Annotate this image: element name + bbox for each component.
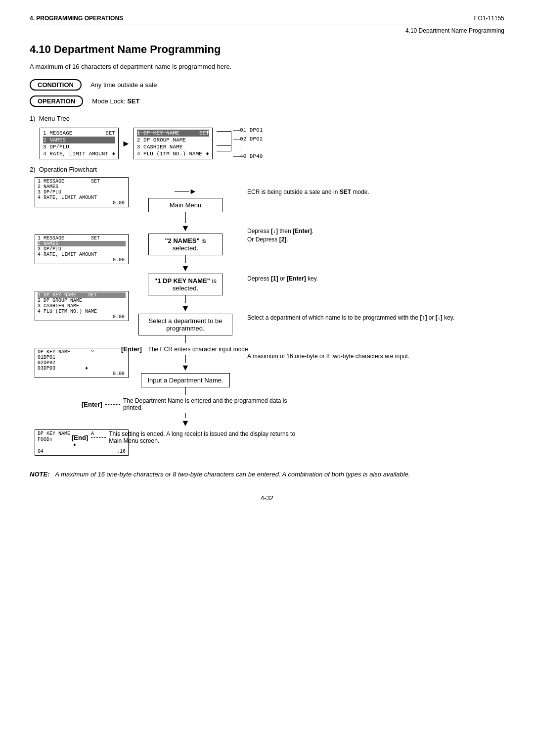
condition-badge: CONDITION: [30, 79, 82, 91]
intro-text: A maximum of 16 characters of department…: [30, 63, 504, 70]
menu-tree-graphic: 1 MESSAGESET 2 NAMES 3 DP/PLU 4 RATE, LI…: [40, 126, 504, 161]
menu-tree-section: 1) Menu Tree 1 MESSAGESET 2 NAMES 3 DP/P…: [30, 115, 504, 161]
bracket-area: ——01 DP01 ——02 DP02 ⋮ ——40 DP40: [217, 126, 263, 161]
dp-entry: ——40 DP40: [233, 152, 263, 161]
fc-names-box: "2 NAMES" is selected.: [148, 234, 222, 255]
menu-row-highlighted: 1 DP KEY NAMESET: [137, 130, 209, 137]
menu-box-1: 1 MESSAGESET 2 NAMES 3 DP/PLU 4 RATE, LI…: [40, 128, 119, 159]
flowchart-section: 2) Operation Flowchart 1 MESSAGE SET 2 N…: [30, 166, 504, 458]
fc-right-text-1: ECR is being outside a sale and in SET m…: [247, 188, 504, 196]
fc-right-text-4: Select a department of which name is to …: [247, 314, 504, 322]
fc-dpkeyname-box: "1 DP KEY NAME" is selected.: [148, 274, 223, 295]
menu-row: 4 RATE, LIMIT AMOUNT♦: [43, 150, 115, 157]
flowchart-body: 1 MESSAGE SET 2 NAMES 3 DP/PLU 4 RATE, L…: [35, 177, 504, 458]
end-label: [End]: [72, 434, 88, 441]
note-text: A maximum of 16 one-byte characters or 8…: [55, 471, 410, 478]
fc-screen-3: 1 DP KEY NAME SET 2 DP GROUP NAME 3 CASH…: [35, 291, 129, 323]
operation-text: Mode Lock: SET: [92, 97, 139, 105]
fc-right-text-2: Depress [↓] then [Enter]. Or Depress [2]…: [247, 227, 504, 244]
fc-main-menu: Main Menu: [148, 198, 222, 212]
header-left: 4. PROGRAMMING OPERATIONS: [30, 15, 123, 22]
fc-screen-4: DP KEY NAME ? 01DP01 02DP02 03DP03 ♦ 0.0…: [35, 348, 129, 380]
fc-right-text-5: A maximum of 16 one-byte or 8 two-byte c…: [247, 352, 504, 361]
fc-screen-2: 1 MESSAGE SET 2 NAMES 3 DP/PLU 4 RATE, L…: [35, 234, 129, 266]
dp-entry: ⋮: [238, 143, 263, 152]
fc-input-name-box: Input a Department Name.: [141, 373, 229, 387]
note-section: NOTE: A maximum of 16 one-byte character…: [30, 470, 504, 479]
menu-row: 3 DP/PLU: [43, 143, 115, 150]
page: 4. PROGRAMMING OPERATIONS EO1-11155 4.10…: [0, 0, 534, 756]
menu-row: 3 CASHIER NAME: [137, 143, 209, 150]
fc-end-row: [End] This setting is ended. A long rece…: [72, 430, 299, 444]
end-desc: This setting is ended. A long receipt is…: [109, 430, 299, 444]
fc-select-dept-box: Select a department to be programmed.: [138, 314, 232, 335]
page-number: 4-32: [30, 494, 504, 502]
menu-row: 4 PLU (ITM NO.) NAME♦: [137, 150, 209, 157]
enter-desc-1: The ECR enters character input mode.: [148, 346, 250, 353]
fc-right-text-3: Depress [1] or [Enter] key.: [247, 275, 504, 283]
menu-tree-label: 1) Menu Tree: [30, 115, 504, 122]
operation-badge: OPERATION: [30, 95, 83, 107]
header-sub: 4.10 Department Name Programming: [30, 27, 504, 34]
enter-desc-2: The Department Name is entered and the p…: [123, 397, 289, 411]
fc-screen-1: 1 MESSAGE SET 2 NAMES 3 DP/PLU 4 RATE, L…: [35, 177, 129, 209]
operation-row: OPERATION Mode Lock: SET: [30, 95, 504, 107]
fc-right: ECR is being outside a sale and in SET m…: [232, 177, 504, 458]
header-right: EO1-11155: [474, 15, 504, 22]
header-top: 4. PROGRAMMING OPERATIONS EO1-11155: [30, 15, 504, 25]
menu-row-highlighted: 2 NAMES: [43, 137, 115, 143]
flowchart-label: 2) Operation Flowchart: [30, 166, 504, 173]
operation-bold: SET: [127, 97, 139, 105]
condition-row: CONDITION Any time outside a sale: [30, 79, 504, 91]
fc-center: ► Main Menu ▼ "2 NAMES" is selected. ▼ "…: [138, 177, 232, 458]
enter-label-1: [Enter]: [121, 345, 142, 353]
section-title: 4.10 Department Name Programming: [30, 43, 504, 56]
condition-text: Any time outside a sale: [90, 81, 157, 89]
dp-entry: ——02 DP02: [233, 135, 263, 144]
menu-row: 2 DP GROUP NAME: [137, 137, 209, 143]
note-label: NOTE:: [30, 471, 49, 478]
fc-enter-2-row: [Enter] The Department Name is entered a…: [82, 397, 289, 411]
menu-box-2: 1 DP KEY NAMESET 2 DP GROUP NAME 3 CASHI…: [134, 128, 213, 159]
menu-row: 1 MESSAGESET: [43, 130, 115, 137]
tree-arrow-1: ►: [119, 139, 134, 149]
fc-enter-1-row: [Enter] The ECR enters character input m…: [121, 345, 250, 353]
enter-label-2: [Enter]: [82, 401, 102, 408]
dp-entry: ——01 DP01: [233, 126, 263, 135]
fc-left: 1 MESSAGE SET 2 NAMES 3 DP/PLU 4 RATE, L…: [35, 177, 138, 458]
